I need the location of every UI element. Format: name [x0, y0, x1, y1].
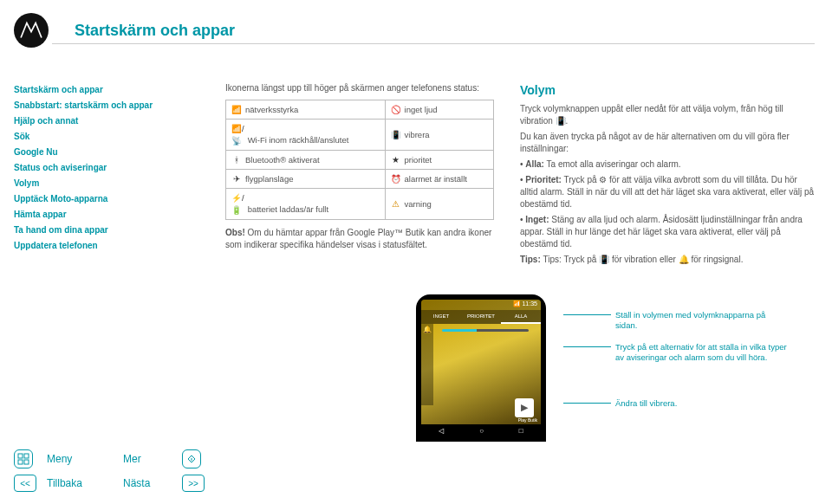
sidebar-item[interactable]: Hämta appar [14, 207, 196, 223]
vibrate-icon: 📳 [391, 129, 401, 140]
cell-text: batteriet laddas/är fullt [245, 205, 328, 215]
airplane-icon: ✈ [231, 173, 242, 184]
cell-text: Bluetooth® aktiverat [245, 155, 320, 165]
volume-p2: Du kan även trycka på något av de här al… [520, 131, 815, 155]
tab-none[interactable]: INGET [421, 310, 461, 324]
status-intro: Ikonerna längst upp till höger på skärme… [225, 82, 494, 94]
volume-section: Volym Tryck volymknappen uppåt eller ned… [520, 82, 815, 269]
volume-mode-tabs: INGET PRIORITET ALLA [421, 310, 541, 324]
bluetooth-icon: ᚼ [231, 154, 242, 165]
page-title: Startskärm och appar [75, 22, 235, 40]
back-label[interactable]: Tillbaka [47, 477, 116, 489]
play-store-icon[interactable]: ▶ [515, 398, 534, 417]
svg-rect-2 [18, 460, 23, 464]
nav-back-icon[interactable]: ◁ [439, 427, 444, 435]
cell-text: varning [405, 199, 432, 209]
bullet-priority: Prioritet: Tryck på ⚙ för att välja vilk… [520, 174, 815, 210]
warning-icon: ⚠ [391, 198, 401, 210]
menu-label[interactable]: Meny [47, 453, 116, 465]
sidebar-item[interactable]: Upptäck Moto-apparna [14, 191, 196, 207]
more-label[interactable]: Mer [123, 453, 175, 465]
status-icons-section: Ikonerna längst upp till höger på skärme… [225, 82, 494, 251]
table-row: ᚼBluetooth® aktiverat ★prioritet [226, 150, 494, 169]
no-sound-icon: 🚫 [391, 104, 401, 115]
cell-text: nätverksstyrka [245, 105, 298, 114]
phone-navbar: ◁ ○ □ [421, 424, 541, 436]
more-icon[interactable] [182, 449, 201, 468]
cell-text: Wi-Fi inom räckhåll/anslutet [245, 136, 348, 145]
tab-all[interactable]: ALLA [501, 310, 541, 324]
phone-illustration: 📶 11:35 INGET PRIORITET ALLA 🔔 ▶ Play Bu… [416, 294, 823, 459]
svg-rect-1 [24, 454, 29, 458]
sidebar-item[interactable]: Sök [14, 129, 196, 145]
cell-text: vibrera [405, 130, 430, 139]
tips-line: Tips: Tips: Tryck på 📳 för vibration ell… [520, 254, 815, 266]
header-rule [52, 43, 815, 44]
phone-screen: 📶 11:35 INGET PRIORITET ALLA 🔔 ▶ Play Bu… [421, 300, 541, 436]
nav-recent-icon[interactable]: □ [519, 427, 523, 435]
sidebar-item[interactable]: Status och aviseringar [14, 160, 196, 176]
motorola-logo [14, 13, 49, 48]
bullet-none: Inget: Stäng av alla ljud och alarm. Åsi… [520, 214, 815, 250]
table-row: 📶nätverksstyrka 🚫inget ljud [226, 100, 494, 120]
table-row: 📶/📡 Wi-Fi inom räckhåll/anslutet 📳vibrer… [226, 120, 494, 151]
bullet-all: Alla: Ta emot alla aviseringar och alarm… [520, 158, 815, 171]
doc-footer-nav: Meny Mer << Tillbaka Nästa >> [14, 449, 211, 494]
nav-home-icon[interactable]: ○ [479, 427, 484, 435]
next-label[interactable]: Nästa [123, 477, 175, 489]
annotation-tabs: Tryck på ett alternativ för att ställa i… [615, 342, 789, 364]
annotation-vibrate: Ändra till vibrera. [615, 398, 789, 409]
phone-statusbar: 📶 11:35 [421, 300, 541, 310]
wifi-icon: 📶/📡 [231, 123, 242, 146]
sidebar-item[interactable]: Hjälp och annat [14, 113, 196, 129]
tab-priority[interactable]: PRIORITET [461, 310, 501, 324]
annotation-volume-buttons: Ställ in volymen med volymknapparna på s… [615, 310, 789, 332]
sidebar: Startskärm och appar Snabbstart: startsk… [14, 82, 196, 254]
next-button[interactable]: >> [182, 475, 205, 492]
table-row: ✈flygplansläge ⏰alarmet är inställt [226, 170, 494, 189]
cell-text: inget ljud [405, 105, 438, 114]
signal-icon: 📶 [231, 104, 242, 115]
priority-icon: ★ [391, 154, 401, 165]
sidebar-item[interactable]: Uppdatera telefonen [14, 238, 196, 254]
svg-rect-0 [18, 454, 23, 458]
volume-heading: Volym [520, 82, 815, 100]
table-row: ⚡/🔋 batteriet laddas/är fullt ⚠varning [226, 189, 494, 220]
alarm-icon: ⏰ [391, 173, 401, 184]
svg-rect-3 [24, 460, 29, 464]
battery-icon: ⚡/🔋 [231, 192, 242, 216]
play-store-label: Play Butik [518, 417, 537, 423]
phone-frame: 📶 11:35 INGET PRIORITET ALLA 🔔 ▶ Play Bu… [416, 294, 546, 442]
sidebar-item[interactable]: Startskärm och appar [14, 82, 196, 98]
obs-note: Obs! Om du hämtar appar från Google Play… [225, 227, 494, 251]
status-icon-table: 📶nätverksstyrka 🚫inget ljud 📶/📡 Wi-Fi in… [225, 100, 494, 220]
sidebar-item[interactable]: Ta hand om dina appar [14, 223, 196, 238]
volume-slider[interactable] [442, 329, 529, 332]
back-button[interactable]: << [14, 475, 36, 492]
vibrate-inline-icon: 📳 [556, 116, 566, 126]
sidebar-item[interactable]: Volym [14, 176, 196, 191]
cell-text: alarmet är inställt [405, 174, 467, 184]
volume-p1: Tryck volymknappen uppåt eller nedåt för… [520, 103, 815, 127]
bell-icon[interactable]: 🔔 [421, 324, 433, 405]
menu-icon[interactable] [14, 449, 33, 468]
sidebar-item[interactable]: Snabbstart: startskärm och appar [14, 98, 196, 113]
cell-text: prioritet [405, 155, 432, 165]
cell-text: flygplansläge [245, 174, 293, 184]
sidebar-item[interactable]: Google Nu [14, 145, 196, 160]
